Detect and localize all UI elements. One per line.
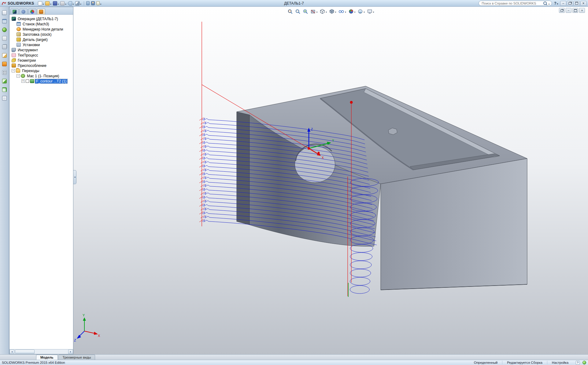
close-button[interactable]	[580, 1, 586, 6]
tree-item-settings[interactable]: Установки	[10, 42, 72, 47]
axis-z-label: Z	[311, 128, 313, 131]
scrollbar-thumb[interactable]	[15, 350, 35, 354]
section-view-icon	[310, 9, 316, 14]
tree-item-fixture[interactable]: Приспособление	[10, 63, 72, 68]
tab-property-manager[interactable]	[19, 9, 28, 14]
chevron-down-icon	[372, 9, 374, 14]
tree-item-transitions[interactable]: Переходы	[10, 68, 72, 73]
search-icon[interactable]	[543, 2, 547, 5]
chevron-down-icon	[80, 1, 81, 6]
screen-button[interactable]	[2, 95, 8, 101]
chevron-down-icon	[344, 9, 346, 14]
tab-solidcam-manager[interactable]	[37, 9, 45, 14]
chevron-down-icon	[556, 1, 558, 5]
spline-icon	[2, 87, 7, 92]
save-button[interactable]	[52, 0, 60, 6]
tree-item-machine[interactable]: Станок (Mach3)	[10, 21, 72, 27]
verify-button[interactable]	[2, 78, 8, 84]
scroll-right-icon[interactable]	[68, 350, 73, 354]
tab-3d-views[interactable]: Трехмерные виды	[58, 355, 95, 360]
resource-monitor-icon[interactable]	[582, 361, 586, 364]
tree-horizontal-scrollbar[interactable]	[9, 349, 73, 354]
status-customize[interactable]: Настройка	[547, 361, 573, 364]
tree-item-operation[interactable]: Операция (ДЕТАЛЬ1-7)	[10, 16, 72, 21]
doc-close-button[interactable]	[579, 8, 585, 13]
pages-icon	[2, 10, 7, 15]
help-button[interactable]: ?	[554, 1, 558, 5]
apply-scene-button[interactable]	[357, 8, 366, 15]
document-tabs-bar: Модель Трехмерные виды	[0, 354, 588, 360]
zoom-area-button[interactable]	[294, 8, 301, 15]
zoom-fit-button[interactable]	[287, 8, 294, 15]
document-button[interactable]	[2, 35, 8, 41]
chevron-down-icon	[100, 1, 102, 6]
tree-item-process[interactable]: ТехПроцесс	[10, 53, 72, 58]
properties-button[interactable]	[91, 0, 95, 6]
tab-display-manager[interactable]	[28, 9, 36, 14]
print-button[interactable]	[60, 0, 67, 6]
maximize-button[interactable]	[574, 1, 580, 6]
view-orientation-button[interactable]	[319, 8, 328, 15]
tab-model[interactable]: Модель	[36, 355, 58, 360]
view-settings-button[interactable]	[366, 8, 375, 15]
edit-appearance-button[interactable]	[347, 8, 357, 15]
scrollbar-track[interactable]	[14, 350, 68, 354]
sketch-button[interactable]	[2, 52, 8, 58]
spline-button[interactable]	[2, 86, 8, 93]
help-search-input[interactable]	[481, 1, 542, 5]
quick-tips-icon[interactable]: ?	[576, 361, 580, 365]
doc-minimize-button[interactable]	[566, 8, 571, 13]
new-document-icon	[38, 1, 42, 5]
chevron-down-icon	[42, 1, 44, 6]
rebuild-button[interactable]	[86, 0, 90, 6]
display-style-button[interactable]	[328, 8, 337, 15]
pages-button[interactable]	[2, 9, 8, 16]
undo-icon	[68, 1, 72, 5]
paint-button[interactable]	[2, 61, 8, 67]
select-button[interactable]	[75, 0, 82, 6]
pattern-button[interactable]	[2, 69, 8, 75]
tab-model-label: Модель	[40, 356, 54, 359]
zoom-selection-button[interactable]	[302, 8, 309, 15]
tree-item-position[interactable]: Мас 1 (1- Позиция)	[10, 73, 72, 78]
help-search-box[interactable]	[479, 1, 552, 6]
3d-viewport[interactable]: Z Y X Y X Z	[73, 7, 588, 354]
sketch-icon	[2, 53, 7, 58]
screen-icon	[2, 96, 7, 100]
tree-item-tool[interactable]: Инструмент	[10, 47, 72, 53]
toolbar-separator	[84, 1, 84, 5]
display-manager-icon	[30, 10, 34, 14]
copy-button[interactable]	[2, 44, 8, 50]
new-document-button[interactable]	[37, 0, 45, 6]
tree-item-contour-operation[interactable]: F_contour ...T2 (1)	[10, 78, 72, 84]
panel-collapse-handle[interactable]	[73, 170, 76, 184]
axis-y-label: Y	[83, 313, 85, 317]
tree-item-zero-manager[interactable]: Менеджер Ноля детали	[10, 27, 72, 32]
task-pane-button[interactable]	[2, 18, 8, 24]
expander-icon[interactable]	[12, 69, 15, 72]
tree-item-geometry[interactable]: Геометрии	[10, 58, 72, 63]
section-view-button[interactable]	[309, 8, 319, 15]
minimize-button[interactable]	[560, 1, 566, 6]
open-button[interactable]	[45, 0, 52, 6]
appearance-button[interactable]	[2, 27, 8, 33]
tree-item-target[interactable]: Деталь (target)	[10, 37, 72, 42]
hide-show-items-button[interactable]	[337, 8, 347, 15]
doc-cascade-button[interactable]	[559, 8, 565, 13]
edition-text: SOLIDWORKS Premium 2015 x64 Edition	[2, 361, 65, 364]
search-scope-chevron-icon[interactable]	[548, 1, 550, 6]
user-icon	[91, 1, 95, 5]
restore-button[interactable]	[567, 1, 573, 6]
checkbox[interactable]	[26, 79, 29, 83]
expander-icon[interactable]	[21, 79, 25, 83]
options-button[interactable]	[96, 0, 102, 6]
target-icon	[17, 38, 21, 42]
doc-maximize-button[interactable]	[572, 8, 578, 13]
appearance-ball-icon	[2, 27, 7, 32]
scroll-left-icon[interactable]	[9, 350, 14, 354]
undo-button[interactable]	[67, 0, 75, 6]
tree-item-stock[interactable]: Заготовка (stock)	[10, 32, 72, 37]
expander-icon[interactable]	[17, 74, 20, 78]
tab-feature-manager[interactable]	[10, 9, 19, 14]
chevron-down-icon	[335, 9, 336, 14]
